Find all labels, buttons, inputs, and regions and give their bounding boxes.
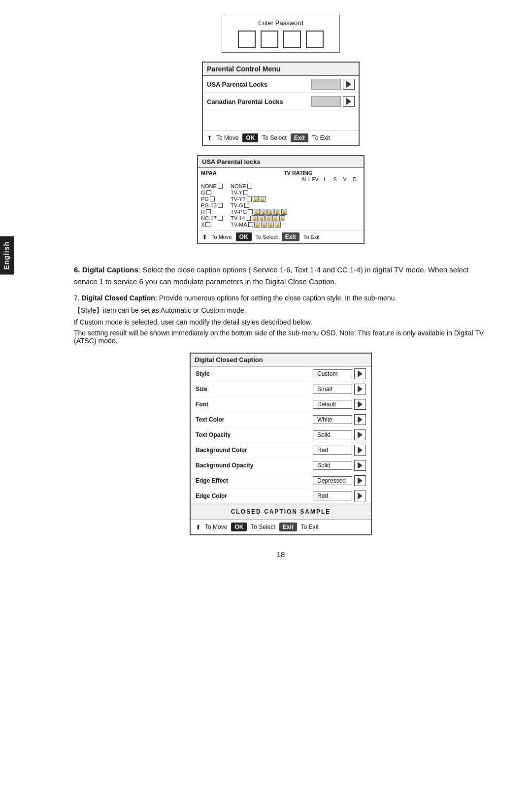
- tv-ma-cb: [248, 222, 253, 227]
- section6-title: Digital Captions: [82, 265, 138, 274]
- custom-note: If Custom mode is selected, user can mod…: [74, 318, 488, 326]
- dcc-row-value-6: Solid: [313, 460, 366, 471]
- tv-14-lock4: 🔒: [272, 215, 278, 221]
- footer-exit-label: To Exit: [312, 134, 330, 141]
- dcc-arrow-box-0: [354, 368, 366, 379]
- dcc-arrow-icon-8: [358, 492, 363, 499]
- canadian-value-box: [311, 96, 341, 107]
- ok-button: OK: [242, 133, 258, 142]
- sub-v: V: [341, 177, 349, 182]
- dcc-arrow-icon-5: [358, 447, 363, 454]
- top-images-section: Enter Password Parental Control Menu USA…: [74, 15, 488, 254]
- section6-text: 6. Digital Captions: Select the close ca…: [74, 264, 488, 288]
- password-enter-box: Enter Password: [222, 15, 340, 53]
- mpaa-g: G: [201, 190, 231, 196]
- usa-footer-select: To Select: [256, 234, 278, 240]
- tv-pg-lock5: 🔒: [281, 209, 287, 215]
- dcc-rows: Style Custom Size Small Font Default: [191, 366, 371, 504]
- sub-s: S: [331, 177, 339, 182]
- tv-pg-lock3: 🔒: [267, 209, 273, 215]
- dcc-arrow-box-3: [354, 414, 366, 425]
- sub-l: L: [321, 177, 329, 182]
- mpaa-pg-cb: [210, 197, 215, 201]
- dcc-row-6: Background Opacity Solid: [191, 458, 371, 473]
- move-icon: ⬆: [207, 134, 212, 142]
- usa-footer-exit: To Exit: [303, 234, 320, 240]
- dcc-row-value-0: Custom: [313, 368, 366, 379]
- tv-none: NONE: [231, 183, 361, 189]
- english-tab: English: [0, 236, 14, 275]
- tv-ma-lock2: 🔒: [261, 222, 267, 228]
- section6-number: 6.: [74, 265, 80, 274]
- tv-ma-lock4: 🔒: [275, 222, 281, 228]
- dcc-row-label-6: Background Opacity: [196, 462, 313, 469]
- section7-number: 7.: [74, 294, 80, 302]
- mpaa-nc17-cb: [218, 216, 223, 221]
- usa-ok-btn: OK: [236, 232, 252, 241]
- dcc-ok-btn: OK: [231, 523, 247, 531]
- usa-exit-btn: Exit: [282, 232, 299, 241]
- dcc-row-value-8: Red: [313, 491, 366, 501]
- mpaa-nc17: NC-17: [201, 215, 231, 221]
- usa-arrow-icon: [346, 81, 351, 88]
- dcc-row-8: Edge Color Red: [191, 489, 371, 504]
- dcc-footer: ⬆ To Move OK To Select Exit To Exit: [191, 520, 371, 534]
- ratings-table: MPAA TV RATING ALL FV L S V D NONE: [198, 168, 364, 230]
- dcc-arrow-icon-4: [358, 431, 363, 438]
- dcc-value-box-2: Default: [313, 400, 352, 409]
- mpaa-none-cb: [218, 184, 223, 189]
- tv-14: TV-14 🔒 🔒 🔒 🔒 🔒: [231, 215, 361, 221]
- usa-footer-move: To Move: [211, 234, 232, 240]
- usa-parental-locks-row: USA Parental Locks: [203, 76, 359, 93]
- dcc-value-box-0: Custom: [313, 369, 352, 378]
- password-square-2: [261, 31, 278, 48]
- footer-move-label: To Move: [216, 134, 238, 141]
- tv-label: TV RATING: [235, 170, 361, 176]
- dcc-row-label-0: Style: [196, 370, 313, 377]
- password-title: Enter Password: [227, 19, 334, 27]
- dcc-arrow-icon-7: [358, 477, 363, 484]
- page-number: 18: [74, 550, 488, 558]
- dcc-row-label-5: Background Color: [196, 447, 313, 454]
- dcc-row-value-1: Small: [313, 384, 366, 394]
- tv-14-lock1: 🔒: [252, 215, 258, 221]
- dcc-row-0: Style Custom: [191, 366, 371, 382]
- dcc-value-box-7: Depressed: [313, 476, 352, 485]
- dcc-row-label-4: Text Opacity: [196, 431, 313, 438]
- dcc-arrow-box-1: [354, 384, 366, 394]
- dcc-row-value-3: White: [313, 414, 366, 425]
- tv-14-lock5: 🔒: [279, 215, 285, 221]
- dcc-value-box-4: Solid: [313, 430, 352, 439]
- dcc-arrow-box-6: [354, 460, 366, 471]
- tv-pg-lock2: 🔒: [261, 209, 266, 215]
- dcc-value-box-5: Red: [313, 446, 352, 455]
- usa-parental-locks-label: USA Parental Locks: [207, 81, 267, 88]
- dcc-row-value-2: Default: [313, 399, 366, 410]
- usa-value-box: [311, 79, 341, 90]
- mpaa-pg13: PG-13: [201, 202, 231, 208]
- style-note: 【Style】item can be set as Automatic or C…: [74, 306, 488, 315]
- tv-pg: TV-PG 🔒 🔒 🔒 🔒 🔒: [231, 209, 361, 215]
- sub-d: D: [351, 177, 359, 182]
- tv-none-cb: [247, 184, 252, 189]
- dcc-arrow-box-2: [354, 399, 366, 410]
- dcc-arrow-icon-6: [358, 462, 363, 469]
- tv-g: TV-G: [231, 202, 361, 208]
- usa-locks-footer: ⬆ To Move OK To Select Exit To Exit: [198, 230, 364, 243]
- mpaa-x-cb: [205, 222, 210, 227]
- usa-locks-title: USA Parental locks: [198, 156, 364, 168]
- rating-row-pg13: PG-13 TV-G: [201, 202, 361, 208]
- mpaa-pg13-cb: [218, 203, 223, 208]
- dcc-sample: CLOSED CAPTION SAMPLE: [191, 504, 371, 520]
- password-square-4: [306, 31, 324, 48]
- dcc-row-4: Text Opacity Solid: [191, 427, 371, 443]
- usa-locks-box: USA Parental locks MPAA TV RATING ALL FV…: [197, 155, 365, 244]
- tv-pg-lock4: 🔒: [274, 209, 280, 215]
- dcc-row-5: Background Color Red: [191, 443, 371, 458]
- mpaa-label: MPAA: [201, 170, 235, 176]
- rating-row-pg: PG TV-Y7 🔒 🔒: [201, 196, 361, 202]
- tv-ma: TV-MA 🔒 🔒 🔒 🔒: [231, 222, 361, 228]
- dcc-arrow-box-5: [354, 445, 366, 456]
- password-square-1: [238, 31, 256, 48]
- section7-text: 7. Digital Closed Caption: Provide numer…: [74, 293, 488, 303]
